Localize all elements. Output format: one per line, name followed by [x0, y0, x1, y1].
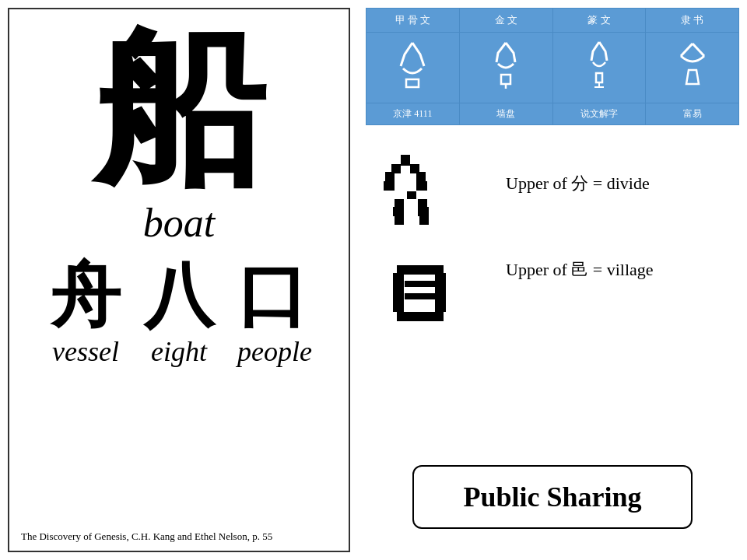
people-label: people [237, 335, 307, 368]
right-panel: 甲 骨 文 金 文 篆 文 隶 书 [366, 8, 739, 552]
svg-rect-9 [418, 199, 427, 207]
sub-characters-row: 舟 八 口 [51, 261, 307, 331]
svg-rect-0 [401, 155, 410, 166]
oracle-upper-desc: Upper of 分 = divide [506, 172, 739, 196]
ref-qiangpan: 墙盘 [459, 103, 552, 125]
ref-jingjin: 京津 4111 [366, 103, 460, 125]
symbol-3 [552, 33, 646, 103]
svg-rect-4 [416, 172, 426, 183]
svg-rect-13 [419, 215, 429, 225]
svg-rect-7 [407, 191, 416, 199]
people-char: 口 [237, 261, 307, 331]
header-zhuanwen: 篆 文 [552, 9, 646, 33]
table-ref-row: 京津 4111 墙盘 说文解字 富易 [366, 103, 739, 125]
discovery-citation: The Discovery of Genesis, C.H. Kang and … [17, 527, 341, 543]
svg-rect-17 [397, 312, 444, 321]
oracle-table: 甲 骨 文 金 文 篆 文 隶 书 [366, 8, 739, 125]
ref-fuyi: 富易 [646, 103, 739, 125]
svg-rect-8 [395, 199, 404, 207]
oracle-text-area: Upper of 分 = divide Upper of 邑 = village [506, 149, 739, 282]
oracle-top-svg [377, 149, 479, 250]
svg-rect-19 [405, 293, 437, 299]
boat-label: boat [143, 200, 215, 246]
oracle-symbols-section: Upper of 分 = divide Upper of 邑 = village [366, 149, 739, 366]
eight-char: 八 [144, 261, 214, 331]
eight-label: eight [144, 335, 214, 368]
table-header-row: 甲 骨 文 金 文 篆 文 隶 书 [366, 9, 739, 33]
oracle-bottom-svg [377, 257, 479, 366]
oracle-image-area [366, 149, 490, 366]
svg-rect-10 [393, 207, 404, 216]
header-jiaguwen: 甲 骨 文 [366, 9, 460, 33]
header-jinwen: 金 文 [459, 9, 552, 33]
symbol-4 [646, 33, 739, 103]
main-chinese-character: 船 [93, 25, 265, 196]
symbol-2 [459, 33, 552, 103]
vessel-label: vessel [51, 335, 121, 368]
svg-rect-18 [405, 281, 437, 287]
svg-rect-16 [435, 273, 446, 312]
svg-rect-6 [416, 181, 427, 191]
sub-labels-row: vessel eight people [51, 335, 307, 368]
svg-rect-12 [395, 215, 404, 225]
ref-shuowen: 说文解字 [552, 103, 646, 125]
oracle-lower-desc: Upper of 邑 = village [506, 258, 739, 282]
svg-rect-11 [418, 207, 429, 216]
svg-rect-5 [384, 181, 395, 191]
svg-rect-3 [385, 172, 395, 183]
public-sharing-button[interactable]: Public Sharing [412, 465, 693, 529]
vessel-char: 舟 [51, 261, 121, 331]
table-symbol-row [366, 33, 739, 103]
left-panel: 船 boat 舟 八 口 vessel eight people The Dis… [8, 8, 350, 552]
svg-rect-15 [393, 273, 404, 312]
symbol-1 [366, 33, 460, 103]
header-lishu: 隶 书 [646, 9, 739, 33]
